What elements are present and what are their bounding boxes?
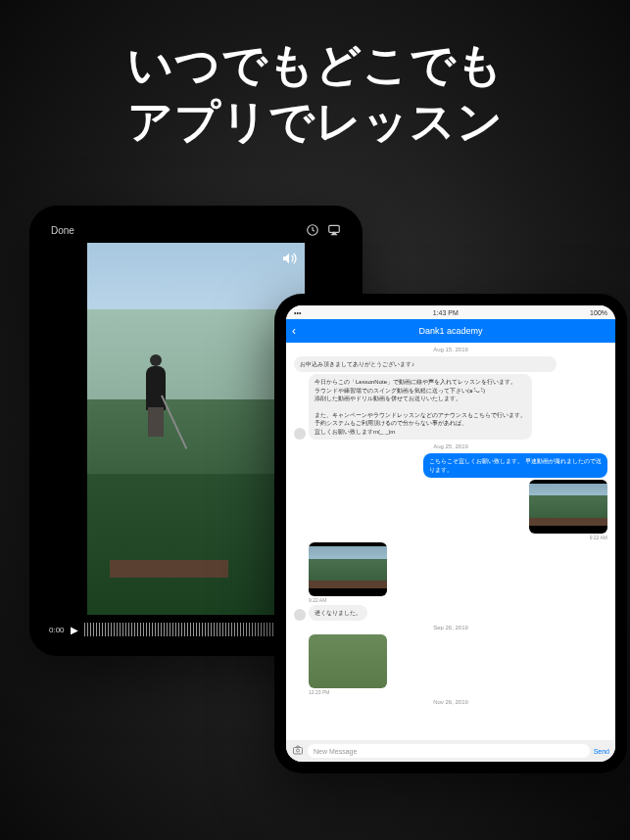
status-bar: ••• 1:43 PM 100% <box>286 305 615 319</box>
date-separator: Nov 26, 2019 <box>286 699 615 705</box>
chat-bubble: 今日からこの「LessonNote」で動画に線や声を入れてレッスンを行います。 … <box>309 374 532 440</box>
chat-message-list[interactable]: Aug 15, 2019 お申込み頂きましてありがとうございます♪ 今日からこの… <box>286 343 615 740</box>
message-time: 9:22 AM <box>309 597 387 603</box>
svg-point-3 <box>297 749 300 752</box>
airplay-icon[interactable] <box>327 223 341 237</box>
headline-line-1: いつでもどこでも <box>0 37 630 94</box>
timecode: 0:00 <box>49 626 65 634</box>
input-placeholder: New Message <box>314 748 357 755</box>
message-incoming: 今日からこの「LessonNote」で動画に線や声を入れてレッスンを行います。 … <box>294 374 557 440</box>
video-thumbnail[interactable] <box>309 634 387 688</box>
message-outgoing-media: 9:22 AM <box>423 480 607 540</box>
svg-rect-1 <box>329 225 340 232</box>
golfer-figure <box>126 347 185 464</box>
chat-bubble: お申込み頂きましてありがとうございます♪ <box>294 356 557 372</box>
done-button[interactable]: Done <box>51 225 74 236</box>
back-button[interactable]: ‹ <box>292 324 296 338</box>
marketing-headline: いつでもどこでも アプリでレッスン <box>0 0 630 150</box>
clock-icon[interactable] <box>306 223 319 237</box>
message-incoming: お申込み頂きましてありがとうございます♪ <box>294 356 557 372</box>
message-incoming: 遅くなりました。 <box>294 605 557 621</box>
send-button[interactable]: Send <box>594 748 609 755</box>
message-time: 9:22 AM <box>590 535 607 540</box>
avatar <box>294 609 306 621</box>
tee-box <box>110 560 229 578</box>
video-topbar: Done <box>41 217 351 243</box>
chat-bubble: こちらこそ宜しくお願い致します。 早速動画が撮れましたので送ります。 <box>423 453 607 478</box>
tablet-mockups: Done <box>29 206 598 813</box>
message-outgoing: こちらこそ宜しくお願い致します。 早速動画が撮れましたので送ります。 <box>423 453 607 478</box>
date-separator: Sep 26, 2019 <box>286 625 615 630</box>
video-thumbnail[interactable] <box>529 480 607 534</box>
chat-title: Dank1 academy <box>418 326 482 336</box>
chat-header: ‹ Dank1 academy <box>286 319 615 343</box>
video-frame <box>87 243 304 615</box>
avatar <box>294 428 306 440</box>
date-separator: Aug 25, 2019 <box>286 443 615 449</box>
camera-icon[interactable] <box>292 742 304 760</box>
volume-icon[interactable] <box>281 251 297 269</box>
date-separator: Aug 15, 2019 <box>286 347 615 352</box>
svg-rect-2 <box>294 748 303 755</box>
video-thumbnail[interactable] <box>309 542 387 596</box>
chat-screen: ••• 1:43 PM 100% ‹ Dank1 academy Aug 15,… <box>286 305 615 762</box>
chat-bubble: 遅くなりました。 <box>309 605 367 621</box>
play-button[interactable]: ▶ <box>71 625 78 635</box>
headline-line-2: アプリでレッスン <box>0 94 630 151</box>
message-input[interactable]: New Message <box>308 744 590 758</box>
status-time: 1:43 PM <box>433 309 459 316</box>
chat-input-bar: New Message Send <box>286 740 615 762</box>
message-incoming-media: 9:22 AM <box>294 542 557 603</box>
message-time: 12:23 PM <box>309 689 387 695</box>
status-battery: 100% <box>590 309 607 316</box>
tablet-chat: ••• 1:43 PM 100% ‹ Dank1 academy Aug 15,… <box>274 294 627 773</box>
status-carrier: ••• <box>294 309 301 316</box>
message-incoming-media: 12:23 PM <box>294 634 557 695</box>
